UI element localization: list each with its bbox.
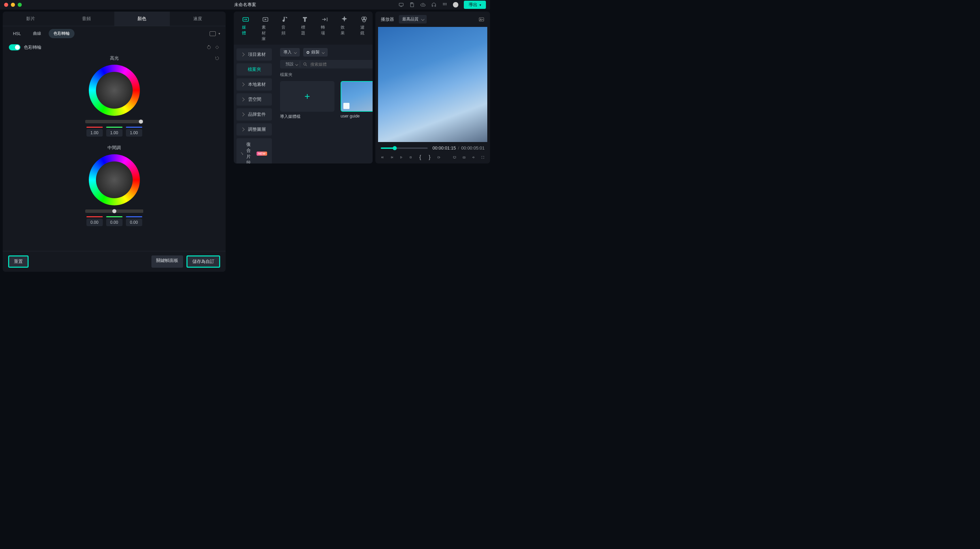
ratio-icon[interactable] — [437, 155, 441, 160]
svg-point-15 — [363, 19, 366, 22]
tab-filters[interactable]: 濾鏡 — [358, 14, 371, 43]
inspector-tab-speed[interactable]: 速度 — [170, 11, 226, 26]
compare-icon[interactable] — [210, 31, 216, 36]
svg-point-5 — [444, 3, 445, 4]
highlights-g-value[interactable]: 1.00 — [106, 129, 123, 137]
player-panel: 播放器 最高品質 00:00:01:15 / 00:00:05:01 { } — [375, 11, 490, 163]
subtab-hsl[interactable]: HSL — [8, 30, 25, 38]
svg-rect-28 — [453, 156, 456, 158]
midtones-r-value[interactable]: 0.00 — [86, 219, 103, 226]
maximize-window-icon[interactable] — [18, 3, 22, 7]
search-icon — [303, 62, 308, 67]
svg-point-11 — [244, 19, 245, 20]
inspector-tab-color[interactable]: 顏色 — [115, 11, 170, 26]
import-button[interactable]: 導入 — [280, 48, 300, 56]
highlights-label: 高光 — [110, 55, 119, 61]
mark-in-icon[interactable]: { — [418, 155, 422, 160]
tab-media[interactable]: 媒體 — [239, 14, 252, 43]
stop-icon[interactable] — [409, 155, 412, 160]
svg-rect-3 — [435, 5, 436, 6]
video-type-icon — [343, 103, 350, 109]
camera-icon[interactable] — [463, 155, 466, 160]
snapshot-icon[interactable] — [479, 16, 485, 22]
fullscreen-icon[interactable] — [481, 155, 485, 160]
mark-out-icon[interactable]: } — [428, 155, 431, 160]
highlights-r-value[interactable]: 1.00 — [86, 129, 103, 137]
display-icon[interactable] — [453, 155, 456, 160]
highlights-color-wheel[interactable] — [89, 65, 140, 116]
save-icon[interactable] — [409, 2, 415, 8]
cloud-upload-icon[interactable] — [420, 2, 426, 8]
tab-stock[interactable]: 素材庫 — [259, 14, 272, 43]
current-time: 00:00:01:15 — [433, 145, 456, 150]
tab-effects[interactable]: 效果 — [338, 14, 351, 43]
highlights-wheel-section: 高光 1.00 1.00 1.00 — [9, 55, 220, 137]
export-button[interactable]: 導出 ▾ — [464, 1, 486, 9]
section-label: 檔案夾 — [280, 72, 372, 78]
midtones-b-value[interactable]: 0.00 — [126, 219, 142, 226]
keyframe-panel-button[interactable]: 關鍵幀面板 — [151, 255, 183, 268]
tab-audio[interactable]: 音頻 — [279, 14, 292, 43]
headphones-icon[interactable] — [431, 2, 437, 8]
subtab-curves[interactable]: 曲線 — [28, 29, 46, 38]
svg-rect-1 — [411, 3, 412, 4]
keyframe-icon[interactable] — [215, 45, 220, 50]
midtones-label: 中間調 — [108, 145, 121, 151]
sidebar-item-folder[interactable]: 檔案夾 — [237, 63, 272, 76]
total-time: 00:00:05:01 — [461, 145, 485, 150]
avatar-icon[interactable] — [453, 2, 458, 8]
search-input[interactable] — [310, 62, 372, 67]
volume-icon[interactable] — [472, 155, 476, 160]
grid-icon[interactable] — [442, 2, 447, 8]
preview-content — [428, 59, 456, 90]
subtab-color-wheels[interactable]: 色彩轉輪 — [49, 29, 75, 38]
titlebar: 未命名專案 導出 ▾ — [0, 0, 490, 10]
svg-point-6 — [446, 3, 447, 4]
highlights-luminance-slider[interactable] — [86, 120, 143, 123]
sidebar-item-cloud[interactable]: 雲空間 — [237, 93, 272, 105]
import-media-tile[interactable]: + 導入媒體檔 — [280, 81, 334, 120]
tab-transitions[interactable]: 轉場 — [318, 14, 331, 43]
preset-dropdown[interactable]: 預設 — [283, 61, 300, 67]
svg-point-23 — [304, 63, 306, 65]
midtones-color-wheel[interactable] — [89, 154, 140, 205]
svg-rect-27 — [438, 156, 440, 158]
reset-button[interactable]: 重置 — [8, 255, 29, 268]
sidebar-item-compound[interactable]: 復合片段NEW — [237, 138, 272, 163]
inspector-tab-video[interactable]: 影片 — [3, 11, 59, 26]
close-window-icon[interactable] — [4, 3, 8, 7]
sidebar-item-brand[interactable]: 品牌套件 — [237, 108, 272, 121]
sidebar-item-project[interactable]: 項目素材 — [237, 48, 272, 61]
media-panel: 媒體 素材庫 音頻 標題 轉場 效果 濾鏡 貼紙 模板 項目素材 檔案夾 本地素… — [234, 11, 372, 163]
color-wheels-toggle[interactable] — [9, 44, 21, 50]
record-button[interactable]: 錄製 — [303, 48, 328, 56]
save-custom-button[interactable]: 儲存為自訂 — [186, 255, 220, 268]
inspector-tab-audio[interactable]: 音頻 — [59, 11, 115, 26]
quality-dropdown[interactable]: 最高品質 — [399, 15, 427, 24]
device-icon[interactable] — [398, 2, 404, 8]
toggle-label: 色彩轉輪 — [24, 44, 41, 50]
svg-rect-0 — [399, 3, 403, 6]
svg-point-9 — [446, 5, 447, 5]
playback-slider[interactable] — [381, 147, 428, 149]
player-label: 播放器 — [381, 16, 394, 22]
media-clip-tile[interactable]: 00:00:05 ✓ user guide — [340, 81, 372, 120]
midtones-g-value[interactable]: 0.00 — [106, 219, 123, 226]
project-title: 未命名專案 — [234, 2, 256, 8]
reset-highlights-icon[interactable] — [215, 56, 220, 61]
sidebar-item-local[interactable]: 本地素材 — [237, 78, 272, 91]
inspector-panel: 影片 音頻 顏色 速度 HSL 曲線 色彩轉輪 ▾ 色彩轉輪 高光 1.00 1… — [3, 11, 226, 272]
media-sidebar: 項目素材 檔案夾 本地素材 雲空間 品牌套件 調整圖層 復合片段NEW Phot… — [234, 45, 275, 163]
play-icon[interactable] — [399, 155, 403, 160]
next-frame-icon[interactable] — [390, 155, 394, 160]
highlights-b-value[interactable]: 1.00 — [126, 129, 142, 137]
svg-point-30 — [464, 157, 465, 158]
minimize-window-icon[interactable] — [11, 3, 15, 7]
prev-frame-icon[interactable] — [381, 155, 384, 160]
preview-viewport[interactable] — [378, 27, 487, 142]
svg-rect-2 — [432, 5, 433, 6]
tab-titles[interactable]: 標題 — [298, 14, 311, 43]
sidebar-item-adjustment[interactable]: 調整圖層 — [237, 123, 272, 136]
reset-all-icon[interactable] — [207, 45, 211, 50]
midtones-luminance-slider[interactable] — [86, 209, 143, 213]
